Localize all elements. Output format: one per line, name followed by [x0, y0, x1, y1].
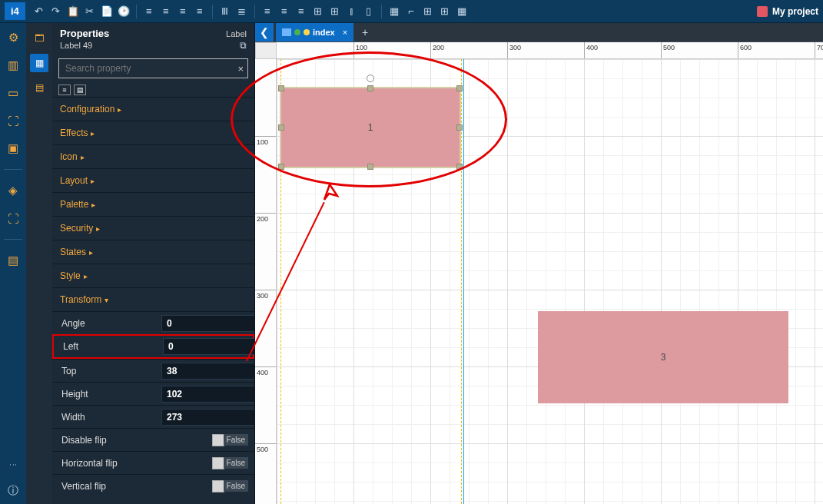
secondary-rail-icon[interactable]: 🗔 [30, 29, 48, 48]
toolbar-icon[interactable]: ▯ [361, 4, 377, 19]
project-badge[interactable]: My project [757, 6, 818, 17]
toggle-switch[interactable]: False [212, 457, 248, 469]
rail-icon[interactable]: ◈ [5, 182, 22, 199]
section-header-security[interactable]: Security▸ [52, 217, 254, 240]
shape-1[interactable]: 1 [281, 88, 460, 167]
toolbar-icon[interactable]: ≡ [294, 4, 309, 19]
toggle-value: False [224, 457, 248, 469]
field-input-width[interactable] [161, 409, 255, 426]
toolbar-icon[interactable]: ≡ [192, 4, 207, 19]
section-label: Transform [60, 294, 101, 305]
tab-back-button[interactable]: ❮ [255, 23, 274, 41]
section-palette: Palette▸ [52, 192, 254, 216]
rail-icon[interactable]: ▥ [5, 57, 22, 74]
toolbar-icon[interactable]: ⊞ [437, 4, 453, 19]
resize-handle[interactable] [278, 124, 284, 131]
toggle-value: False [224, 434, 248, 446]
toolbar-icon[interactable]: ⊞ [327, 4, 343, 19]
properties-title: Properties [60, 28, 109, 39]
toolbar-icon[interactable]: ↶ [32, 4, 47, 19]
toggle-disable-flip: Disable flipFalse [52, 428, 254, 451]
section-header-effects[interactable]: Effects▸ [52, 121, 254, 144]
section-header-palette[interactable]: Palette▸ [52, 193, 254, 216]
section-header-layout[interactable]: Layout▸ [52, 169, 254, 192]
tab-index[interactable]: index × [276, 23, 353, 41]
field-label: Width [61, 412, 161, 423]
field-input-left[interactable] [163, 338, 255, 355]
rail-icon[interactable]: ▣ [5, 140, 22, 157]
toolbar-icon[interactable]: 📋 [65, 4, 81, 19]
resize-handle[interactable] [456, 124, 463, 131]
field-input-top[interactable] [161, 363, 255, 380]
secondary-rail-icon[interactable]: ▤ [30, 78, 48, 97]
section-header-states[interactable]: States▸ [52, 240, 254, 264]
ruler-tick: 100 [255, 136, 276, 137]
ruler-vertical[interactable]: 100200300400500600 [255, 59, 277, 504]
rotate-handle[interactable] [367, 75, 374, 82]
ruler-horizontal[interactable]: 100200300400500600700800 [277, 42, 823, 59]
toggle-switch[interactable]: False [212, 434, 248, 446]
toggle-switch[interactable]: False [212, 480, 248, 492]
toolbar-icon[interactable]: ≡ [141, 4, 157, 19]
toolbar-icon[interactable]: ≡ [175, 4, 191, 19]
tab-add-button[interactable]: + [357, 24, 373, 41]
section-security: Security▸ [52, 216, 254, 240]
properties-type: Label [226, 29, 247, 38]
section-label: Configuration [60, 104, 114, 114]
toolbar-icon[interactable]: ≡ [260, 4, 275, 19]
toolbar-icon[interactable]: 📄 [99, 4, 114, 19]
resize-handle[interactable] [278, 85, 284, 91]
rail-icon[interactable]: ▭ [5, 85, 22, 101]
secondary-rail-icon[interactable]: ▦ [30, 54, 48, 72]
field-height: Height [52, 382, 254, 405]
section-header-style[interactable]: Style▸ [52, 264, 254, 287]
canvas[interactable]: 13 [277, 59, 823, 504]
toolbar-icon[interactable]: ≣ [234, 4, 250, 19]
ruler-tick: 300 [255, 290, 276, 290]
field-left: Left [52, 334, 254, 359]
toolbar-icon[interactable]: ▦ [387, 4, 402, 19]
rail-icon[interactable]: ▤ [5, 252, 22, 269]
search-input[interactable] [58, 58, 248, 78]
list-view-icon[interactable]: ≡ [58, 85, 71, 95]
app-logo[interactable]: i4 [5, 2, 25, 20]
field-input-angle[interactable] [161, 315, 255, 332]
toolbar-icon[interactable]: ▦ [454, 4, 470, 19]
rail-icon[interactable]: ⛶ [5, 210, 22, 227]
toolbar-icon[interactable]: ↷ [48, 4, 64, 19]
resize-handle[interactable] [367, 85, 373, 91]
toolbar-icon[interactable]: ⊞ [420, 4, 436, 19]
resize-handle[interactable] [456, 164, 463, 170]
info-icon[interactable]: ⓘ [8, 484, 18, 498]
resize-handle[interactable] [456, 85, 463, 91]
toolbar-icon[interactable]: ✂ [82, 4, 98, 19]
resize-handle[interactable] [278, 164, 284, 170]
chevron-right-icon: ▸ [96, 224, 100, 233]
resize-handle[interactable] [367, 164, 373, 170]
tab-close-icon[interactable]: × [343, 28, 347, 37]
chevron-right-icon: ▸ [91, 129, 95, 138]
toggle-box-icon [212, 480, 224, 492]
section-header-transform[interactable]: Transform ▾ [52, 288, 254, 311]
rail-icon[interactable]: ⛶ [5, 112, 22, 129]
section-header-configuration[interactable]: Configuration▸ [52, 98, 254, 121]
form-view-icon[interactable]: ▤ [74, 85, 86, 95]
chevron-right-icon: ▸ [118, 105, 121, 114]
shape-3[interactable]: 3 [538, 311, 788, 403]
search-clear-icon[interactable]: × [237, 63, 244, 75]
ruler-tick: 100 [353, 42, 354, 58]
field-input-height[interactable] [161, 386, 255, 403]
toolbar-icon[interactable]: ⊞ [310, 4, 326, 19]
status-dot-green-icon [294, 29, 300, 35]
toolbar-icon[interactable]: 🕑 [116, 4, 131, 19]
section-header-icon[interactable]: Icon▸ [52, 145, 254, 168]
toolbar-icon[interactable]: ≡ [277, 4, 292, 19]
center-guide[interactable] [463, 59, 464, 504]
toolbar-icon[interactable]: Ⅲ [217, 4, 233, 19]
toolbar-icon[interactable]: ⌐ [403, 4, 419, 19]
rail-icon[interactable]: ⚙ [5, 29, 22, 46]
toolbar-icon[interactable]: ⫿ [344, 4, 360, 19]
toolbar-icon[interactable]: ≡ [158, 4, 174, 19]
copy-icon[interactable]: ⧉ [240, 40, 247, 51]
more-icon[interactable]: ⋮ [9, 461, 18, 469]
